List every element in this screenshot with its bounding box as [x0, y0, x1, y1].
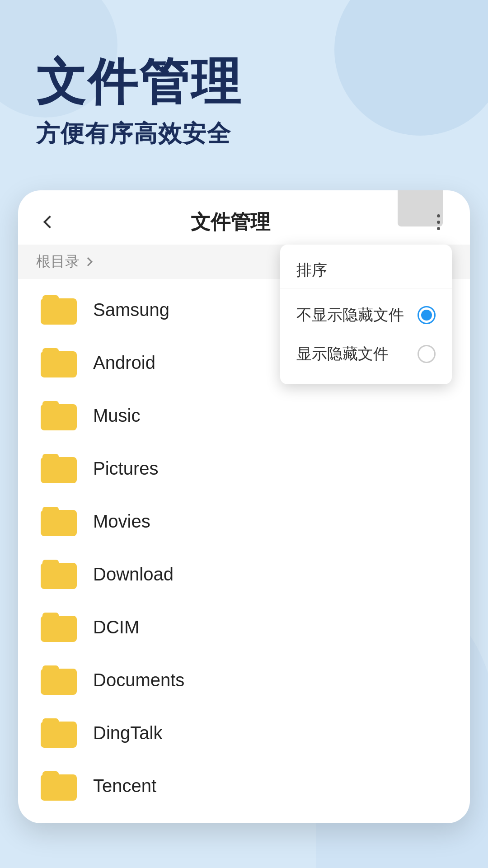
folder-name: Samsung	[93, 300, 169, 320]
breadcrumb-arrow-icon	[84, 257, 93, 266]
folder-body	[41, 669, 77, 695]
folder-name: DingTalk	[93, 723, 162, 743]
dropdown-item-hide-hidden-label: 不显示隐藏文件	[296, 305, 404, 326]
more-dot-3	[437, 227, 440, 230]
folder-icon	[41, 454, 77, 483]
folder-body	[41, 722, 77, 748]
folder-icon	[41, 665, 77, 695]
folder-icon	[41, 613, 77, 642]
folder-icon	[41, 507, 77, 536]
folder-name: Documents	[93, 670, 184, 690]
list-item[interactable]: Music	[18, 389, 470, 442]
folder-name: Tencent	[93, 776, 156, 796]
back-icon	[43, 216, 56, 228]
dropdown-title: 排序	[280, 255, 452, 288]
header-section: 文件管理 方便有序高效安全	[0, 0, 488, 177]
folder-name: Music	[93, 406, 140, 426]
more-dot-2	[437, 221, 440, 224]
breadcrumb-text: 根目录	[36, 252, 80, 272]
folder-body	[41, 457, 77, 483]
radio-show-hidden[interactable]	[418, 345, 436, 363]
folder-name: Movies	[93, 511, 150, 532]
folder-icon	[41, 295, 77, 325]
folder-body	[41, 510, 77, 536]
folder-name: Android	[93, 353, 155, 373]
radio-hide-hidden-inner	[421, 310, 432, 321]
dropdown-item-show-hidden-label: 显示隐藏文件	[296, 344, 389, 364]
folder-body	[41, 404, 77, 430]
sub-title: 方便有序高效安全	[36, 118, 452, 150]
dropdown-item-show-hidden[interactable]: 显示隐藏文件	[280, 335, 452, 373]
dropdown-item-hide-hidden[interactable]: 不显示隐藏文件	[280, 296, 452, 335]
more-dot-1	[437, 214, 440, 217]
phone-mockup: 文件管理 根目录 Samsung Android	[18, 190, 470, 823]
dropdown-divider	[280, 288, 452, 288]
radio-hide-hidden[interactable]	[418, 306, 436, 324]
list-item[interactable]: Pictures	[18, 442, 470, 495]
list-item[interactable]: DCIM	[18, 601, 470, 654]
list-item[interactable]: Tencent	[18, 760, 470, 812]
folder-body	[41, 774, 77, 801]
folder-body	[41, 616, 77, 642]
folder-icon	[41, 718, 77, 748]
folder-body	[41, 563, 77, 589]
list-item[interactable]: Documents	[18, 654, 470, 707]
folder-name: Pictures	[93, 458, 159, 479]
more-button[interactable]	[425, 208, 452, 236]
back-button[interactable]	[36, 208, 63, 236]
folder-icon	[41, 560, 77, 589]
app-bar-title: 文件管理	[63, 209, 398, 236]
app-bar: 文件管理	[18, 190, 470, 245]
folder-icon	[41, 771, 77, 801]
folder-body	[41, 351, 77, 377]
main-title: 文件管理	[36, 54, 452, 109]
folder-name: Download	[93, 564, 174, 585]
folder-name: DCIM	[93, 617, 139, 637]
list-item[interactable]: Movies	[18, 495, 470, 548]
list-item[interactable]: DingTalk	[18, 707, 470, 760]
folder-body	[41, 298, 77, 325]
folder-icon	[41, 401, 77, 430]
dropdown-menu: 排序 不显示隐藏文件 显示隐藏文件	[280, 245, 452, 384]
list-item[interactable]: Download	[18, 548, 470, 601]
folder-icon	[41, 348, 77, 377]
